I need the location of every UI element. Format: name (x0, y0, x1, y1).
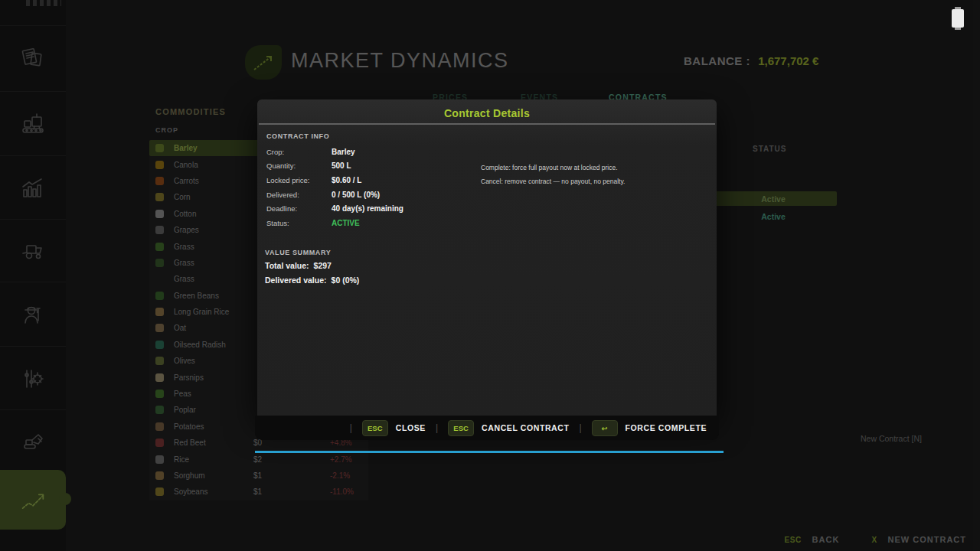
modal-button-label: FORCE COMPLETE (626, 423, 707, 432)
field-value: ACTIVE (332, 219, 360, 227)
delivered-value-label: Delivered value: (265, 276, 327, 285)
field-label: Locked price: (266, 176, 332, 184)
field-label: Delivered: (266, 191, 332, 199)
modal-button-label: CLOSE (396, 423, 426, 432)
key-badge: ESC (362, 420, 388, 436)
contract-field-row: Locked price: $0.60 / L (266, 173, 496, 187)
modal-help-text: Complete: force full payout now at locke… (481, 161, 625, 188)
field-value: 500 L (332, 161, 351, 170)
total-value-label: Total value: (265, 261, 309, 270)
modal-button[interactable]: ESC CANCEL CONTRACT (426, 420, 570, 436)
modal-button-label: CANCEL CONTRACT (482, 423, 569, 432)
contract-details-modal: Contract Details CONTRACT INFO Crop: Bar… (257, 99, 717, 416)
contract-field-row: Status: ACTIVE (266, 216, 496, 230)
contract-fields: Crop: Barley Quantity: 500 L Locked pric… (266, 145, 496, 230)
field-label: Crop: (266, 148, 332, 156)
modal-button[interactable]: ↩ FORCE COMPLETE (569, 420, 707, 436)
key-badge: ESC (448, 420, 474, 436)
screen: MARKET DYNAMICS BALANCE : 1,677,702 € PR… (0, 0, 980, 551)
contract-field-row: Deadline: 40 day(s) remaining (266, 201, 496, 216)
field-value: 0 / 500 L (0%) (332, 191, 380, 199)
key-badge: ↩ (592, 420, 618, 436)
delivered-value-line: Delivered value:$0 (0%) (265, 276, 359, 285)
field-label: Status: (266, 219, 332, 227)
total-value-line: Total value:$297 (265, 261, 332, 270)
total-value: $297 (314, 261, 332, 270)
field-label: Quantity: (266, 161, 332, 170)
help-line-complete: Complete: force full payout now at locke… (481, 161, 625, 174)
contract-field-row: Delivered: 0 / 500 L (0%) (266, 187, 496, 202)
battery-icon (952, 9, 964, 28)
delivered-value: $0 (0%) (332, 276, 360, 285)
field-value: 40 day(s) remaining (332, 204, 403, 213)
contract-field-row: Quantity: 500 L (266, 159, 496, 174)
modal-button-bar: ESC CLOSE ESC CANCEL CONTRACT ↩ FORCE CO… (255, 416, 719, 440)
modal-button[interactable]: ESC CLOSE (340, 420, 426, 436)
field-label: Deadline: (266, 204, 332, 213)
contract-field-row: Crop: Barley (266, 145, 496, 159)
field-value: Barley (332, 148, 355, 156)
contract-info-section-header: CONTRACT INFO (266, 132, 329, 140)
value-summary-section-header: VALUE SUMMARY (265, 249, 331, 256)
modal-title-divider (259, 123, 715, 125)
modal-title: Contract Details (257, 107, 717, 119)
field-value: $0.60 / L (332, 176, 361, 184)
help-line-cancel: Cancel: remove contract — no payout, no … (481, 174, 625, 188)
selection-underline (255, 451, 724, 453)
